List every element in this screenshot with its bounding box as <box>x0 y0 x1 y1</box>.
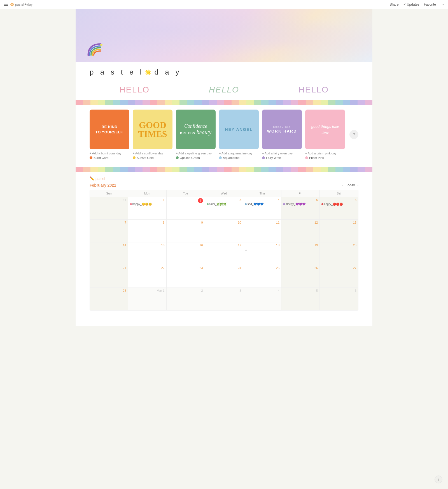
color-label-fairy-wren: Fairy Wren <box>262 156 302 159</box>
add-day-button-aquamarine[interactable]: + Add a aquamarine day <box>219 152 259 155</box>
cal-header-mon: Mon <box>128 190 167 197</box>
add-day-button-sunset-gold[interactable]: + Add a sunflower day <box>133 152 172 155</box>
brand-star: 🌟 <box>145 69 153 75</box>
calendar-header-row-days: SunMonTueWedThuFriSat <box>90 190 358 197</box>
cal-day-1-4[interactable]: 11 <box>243 220 281 242</box>
share-button[interactable]: Share <box>390 3 399 6</box>
cal-day-3-5[interactable]: 26 <box>281 265 320 288</box>
mood-card-aquamarine[interactable]: HEY ANGEL <box>219 110 259 149</box>
mood-card-wrapper-fairy-wren: DREAM BIGWORK HARD+ Add a fairy wren day… <box>262 110 302 159</box>
brand-pastel: p a s t e l <box>90 68 144 77</box>
cal-day-2-2[interactable]: 16 <box>167 242 205 265</box>
color-label-aquamarine: Aquamarine <box>219 156 259 159</box>
cal-header-fri: Fri <box>281 190 320 197</box>
cal-entry: happy_😊😊😊 <box>130 203 165 206</box>
add-day-button-prism-pink[interactable]: + Add a prism pink day <box>305 152 345 155</box>
hero-banner <box>76 9 372 62</box>
mood-card-sunset-gold[interactable]: GOODTIMES <box>133 110 172 149</box>
brand-title: p a s t e l 🌟 d a y <box>90 68 358 77</box>
logo-icon <box>10 3 14 6</box>
cal-week-0: 311happy_😊😊😊23calm_🌿🌿🌿4sad_💙💙💙5sleepy_💜💜… <box>90 197 358 219</box>
cal-day-3-3[interactable]: 24 <box>205 265 243 288</box>
cal-day-4-0[interactable]: 28 <box>90 288 128 310</box>
rainbow-icon <box>87 43 106 57</box>
cal-day-2-4[interactable]: 18+ <box>243 242 281 265</box>
cal-add-button[interactable]: + <box>245 248 279 252</box>
cal-day-4-2[interactable]: 2 <box>167 288 205 310</box>
calendar-nav: February 2021 ‹ Today › <box>90 183 358 187</box>
cal-day-1-5[interactable]: 12 <box>281 220 320 242</box>
cal-day-2-0[interactable]: 14 <box>90 242 128 265</box>
calendar-section: ✏️ pastel February 2021 ‹ Today › SunMon… <box>76 172 372 315</box>
cal-day-0-3[interactable]: 3calm_🌿🌿🌿 <box>205 197 243 219</box>
brand-section: p a s t e l 🌟 d a y <box>76 62 372 79</box>
main-container: p a s t e l 🌟 d a y HELLO HELLO HELLO BE… <box>76 9 372 326</box>
updates-button[interactable]: ✓ Updates <box>403 3 419 6</box>
cal-day-0-6[interactable]: 6angry_🔴🔴🔴 <box>320 197 358 219</box>
color-strip-bottom <box>76 167 372 172</box>
cal-day-0-4[interactable]: 4sad_💙💙💙 <box>243 197 281 219</box>
cal-day-0-1[interactable]: 1happy_😊😊😊 <box>128 197 167 219</box>
logo-text: pastel★day <box>15 3 32 6</box>
color-label-prism-pink: Prism Pink <box>305 156 345 159</box>
cal-day-1-1[interactable]: 8 <box>128 220 167 242</box>
more-cards-button[interactable]: ? <box>349 130 358 139</box>
favorite-button[interactable]: Favorite <box>424 3 436 6</box>
cal-day-2-5[interactable]: 19 <box>281 242 320 265</box>
cal-day-3-4[interactable]: 25 <box>243 265 281 288</box>
cal-day-3-2[interactable]: 23 <box>167 265 205 288</box>
cal-day-1-0[interactable]: 7 <box>90 220 128 242</box>
cal-header-sat: Sat <box>320 190 358 197</box>
cal-day-4-5[interactable]: 5 <box>281 288 320 310</box>
more-options-button[interactable]: ··· <box>440 3 444 6</box>
add-day-button-opaline-green[interactable]: + Add a opaline green day <box>176 152 216 155</box>
cal-day-2-6[interactable]: 20 <box>320 242 358 265</box>
cal-week-2: 1415161718+1920 <box>90 242 358 265</box>
add-day-button-burnt-coral[interactable]: + Add a burnt coral day <box>90 152 129 155</box>
cal-day-4-4[interactable]: 4 <box>243 288 281 310</box>
hamburger-menu[interactable] <box>4 3 8 6</box>
cal-day-4-6[interactable]: 6 <box>320 288 358 310</box>
cal-day-3-1[interactable]: 22 <box>128 265 167 288</box>
cal-day-1-3[interactable]: 10 <box>205 220 243 242</box>
nav-right: Share ✓ Updates Favorite ··· <box>390 3 444 6</box>
cal-day-1-6[interactable]: 13 <box>320 220 358 242</box>
cal-day-4-3[interactable]: 3 <box>205 288 243 310</box>
mood-card-fairy-wren[interactable]: DREAM BIGWORK HARD <box>262 110 302 149</box>
mood-card-opaline-green[interactable]: ConfidenceBREEDS beauty <box>176 110 216 149</box>
mood-card-wrapper-prism-pink: good things take time+ Add a prism pink … <box>305 110 345 159</box>
cal-day-3-6[interactable]: 27 <box>320 265 358 288</box>
cal-day-0-5[interactable]: 5sleepy_💜💜💜 <box>281 197 320 219</box>
cal-day-2-1[interactable]: 15 <box>128 242 167 265</box>
cal-day-0-2[interactable]: 2 <box>167 197 205 219</box>
calendar-next-button[interactable]: › <box>357 183 358 187</box>
cal-day-3-0[interactable]: 21 <box>90 265 128 288</box>
cal-entry: calm_🌿🌿🌿 <box>207 203 241 206</box>
calendar-grid: SunMonTueWedThuFriSat 311happy_😊😊😊23calm… <box>90 190 358 310</box>
cal-header-tue: Tue <box>167 190 205 197</box>
cal-entry: sad_💙💙💙 <box>245 203 279 206</box>
mood-card-wrapper-opaline-green: ConfidenceBREEDS beauty+ Add a opaline g… <box>176 110 216 159</box>
calendar-today-button[interactable]: Today <box>346 183 355 187</box>
mood-card-wrapper-sunset-gold: GOODTIMES+ Add a sunflower daySunset Gol… <box>133 110 172 159</box>
color-label-sunset-gold: Sunset Gold <box>133 156 172 159</box>
svg-point-1 <box>11 4 13 5</box>
add-day-button-fairy-wren[interactable]: + Add a fairy wren day <box>262 152 302 155</box>
calendar-prev-button[interactable]: ‹ <box>342 183 344 187</box>
hello-green: HELLO <box>209 85 239 94</box>
calendar-header-row: ✏️ pastel <box>90 176 358 181</box>
cal-day-2-3[interactable]: 17 <box>205 242 243 265</box>
top-navigation: pastel★day Share ✓ Updates Favorite ··· <box>0 0 448 9</box>
cal-header-wed: Wed <box>205 190 243 197</box>
cal-day-4-1[interactable]: Mar 1 <box>128 288 167 310</box>
mood-card-burnt-coral[interactable]: BE KINDTO YOURSELF. <box>90 110 129 149</box>
pastel-logo-small: ✏️ pastel <box>90 176 105 181</box>
mood-card-prism-pink[interactable]: good things take time <box>305 110 345 149</box>
cal-day-1-2[interactable]: 9 <box>167 220 205 242</box>
calendar-body: 311happy_😊😊😊23calm_🌿🌿🌿4sad_💙💙💙5sleepy_💜💜… <box>90 197 358 310</box>
mood-cards-grid: BE KINDTO YOURSELF.+ Add a burnt coral d… <box>90 110 345 159</box>
pencil-icon: ✏️ <box>90 176 94 181</box>
nav-left: pastel★day <box>4 3 32 6</box>
mood-card-wrapper-burnt-coral: BE KINDTO YOURSELF.+ Add a burnt coral d… <box>90 110 129 159</box>
cal-day-0-0[interactable]: 31 <box>90 197 128 219</box>
